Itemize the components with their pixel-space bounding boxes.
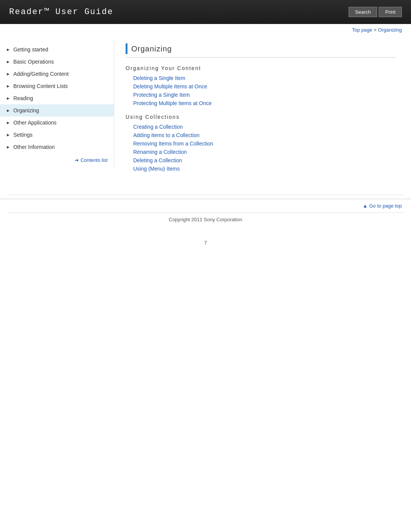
link-protect-single[interactable]: Protecting a Single Item (133, 92, 190, 98)
sidebar-item-label: Other Information (13, 144, 55, 150)
list-item: Renaming a Collection (133, 149, 396, 155)
list-item: Creating a Collection (133, 124, 396, 130)
sidebar-item-label: Basic Operations (13, 59, 54, 65)
list-item: Deleting Multiple Items at Once (133, 83, 396, 89)
list-item: Protecting Multiple Items at Once (133, 100, 396, 106)
arrow-icon: ► (6, 84, 10, 88)
contents-list-link[interactable]: ➔ Contents list (75, 157, 108, 163)
print-button[interactable]: Print (379, 7, 402, 17)
link-protect-multiple[interactable]: Protecting Multiple Items at Once (133, 100, 212, 106)
arrow-icon: ► (6, 108, 10, 113)
sidebar-item-label: Other Applications (13, 120, 57, 126)
sidebar-item-adding-getting-content[interactable]: ► Adding/Getting Content (0, 68, 114, 80)
link-delete-multiple[interactable]: Deleting Multiple Items at Once (133, 83, 207, 89)
sidebar-item-label: Browsing Content Lists (13, 83, 68, 89)
sidebar-item-other-applications[interactable]: ► Other Applications (0, 117, 114, 129)
sidebar-item-label: Adding/Getting Content (13, 71, 69, 77)
go-to-top-label: Go to page top (369, 203, 402, 209)
link-using-menu-items[interactable]: Using (Menu) Items (133, 166, 180, 172)
footer-row: ▲ Go to page top (0, 199, 411, 212)
sidebar-item-getting-started[interactable]: ► Getting started (0, 43, 114, 56)
arrow-icon: ► (6, 47, 10, 52)
page-heading: Organizing (126, 43, 396, 58)
breadcrumb: Top page > Organizing (0, 24, 411, 36)
sidebar-item-browsing-content-lists[interactable]: ► Browsing Content Lists (0, 80, 114, 92)
arrow-icon: ► (6, 72, 10, 76)
list-item: Protecting a Single Item (133, 92, 396, 98)
link-rename-collection[interactable]: Renaming a Collection (133, 149, 187, 155)
site-title: Reader™ User Guide (9, 7, 113, 17)
section2-title: Using Collections (126, 114, 396, 120)
breadcrumb-separator: > (372, 27, 378, 33)
arrow-icon: ► (6, 145, 10, 149)
arrow-icon: ► (6, 96, 10, 101)
link-create-collection[interactable]: Creating a Collection (133, 124, 183, 130)
link-add-items[interactable]: Adding Items to a Collection (133, 132, 199, 138)
page-header: Reader™ User Guide Search Print (0, 0, 411, 24)
sidebar: ► Getting started ► Basic Operations ► A… (0, 40, 114, 169)
sidebar-item-other-information[interactable]: ► Other Information (0, 141, 114, 153)
list-item: Using (Menu) Items (133, 166, 396, 172)
heading-bar (126, 43, 127, 54)
arrow-right-icon: ➔ (75, 157, 79, 163)
sidebar-item-label: Reading (13, 95, 33, 101)
sidebar-item-basic-operations[interactable]: ► Basic Operations (0, 56, 114, 68)
contents-link-row: ➔ Contents list (0, 153, 114, 165)
go-to-page-top-link[interactable]: ▲ Go to page top (363, 203, 402, 209)
triangle-up-icon: ▲ (363, 203, 368, 209)
search-button[interactable]: Search (349, 7, 377, 17)
arrow-icon: ► (6, 133, 10, 137)
breadcrumb-top-link[interactable]: Top page (352, 27, 373, 33)
header-actions: Search Print (349, 7, 402, 17)
sidebar-item-label: Getting started (13, 46, 48, 53)
page-number: 7 (0, 234, 411, 252)
list-item: Adding Items to a Collection (133, 132, 396, 138)
breadcrumb-current-link[interactable]: Organizing (378, 27, 402, 33)
sidebar-item-label: Organizing (13, 107, 39, 113)
arrow-icon: ► (6, 59, 10, 64)
list-item: Removing Items from a Collection (133, 141, 396, 147)
sidebar-item-settings[interactable]: ► Settings (0, 129, 114, 141)
link-delete-single[interactable]: Deleting a Single Item (133, 75, 185, 81)
list-item: Deleting a Collection (133, 157, 396, 163)
sidebar-item-organizing[interactable]: ► Organizing (0, 104, 114, 117)
section1-links: Deleting a Single Item Deleting Multiple… (126, 75, 396, 106)
sidebar-item-reading[interactable]: ► Reading (0, 92, 114, 104)
copyright: Copyright 2011 Sony Corporation (0, 213, 411, 226)
page-title: Organizing (131, 45, 172, 53)
content-divider (8, 195, 403, 195)
contents-list-label: Contents list (80, 157, 108, 163)
sidebar-item-label: Settings (13, 132, 33, 138)
main-content: Organizing Organizing Your Content Delet… (114, 40, 411, 191)
section2-links: Creating a Collection Adding Items to a … (126, 124, 396, 172)
link-remove-items[interactable]: Removing Items from a Collection (133, 141, 213, 147)
list-item: Deleting a Single Item (133, 75, 396, 81)
link-delete-collection[interactable]: Deleting a Collection (133, 157, 182, 163)
arrow-icon: ► (6, 120, 10, 125)
section1-title: Organizing Your Content (126, 65, 396, 71)
main-layout: ► Getting started ► Basic Operations ► A… (0, 36, 411, 195)
